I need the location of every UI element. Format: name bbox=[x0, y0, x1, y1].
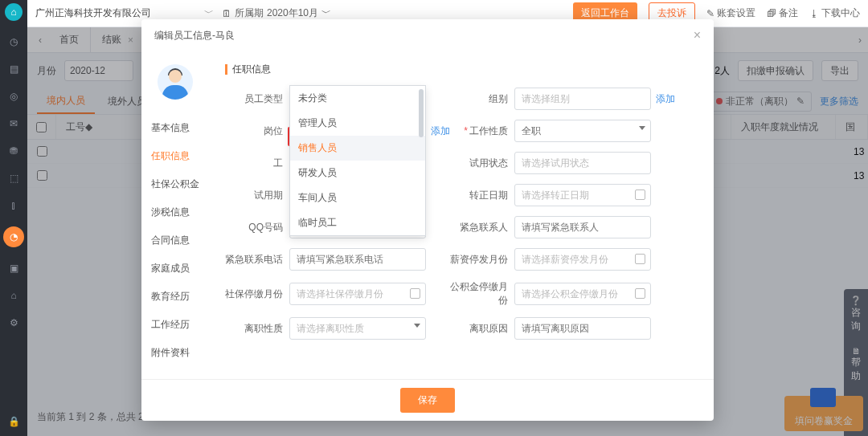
reg-date-input[interactable]: 请选择转正日期 bbox=[514, 184, 651, 206]
sidenav-item-basic[interactable]: 基本信息 bbox=[151, 114, 222, 142]
emp-type-dropdown: 未分类 管理人员 销售人员 研发人员 车间人员 临时员工 bbox=[289, 85, 426, 236]
post-add-link[interactable]: 添加 bbox=[426, 124, 450, 138]
period-label: 所属期 bbox=[235, 6, 264, 20]
rail-icon-10[interactable]: ⚙ bbox=[7, 316, 20, 329]
label-emergency-phone: 紧急联系电话 bbox=[225, 253, 289, 267]
calendar-icon bbox=[635, 254, 645, 264]
dropdown-option[interactable]: 车间人员 bbox=[290, 185, 425, 210]
sidenav-item-tax[interactable]: 涉税信息 bbox=[151, 198, 222, 226]
chevron-down-icon: ﹀ bbox=[321, 6, 331, 20]
sidenav-item-work[interactable]: 工作经历 bbox=[151, 311, 222, 339]
period-selector[interactable]: 🗓 所属期 2020年10月 ﹀ bbox=[222, 6, 331, 20]
label-post: 岗位 bbox=[225, 124, 289, 138]
sidenav-item-social[interactable]: 社保公积金 bbox=[151, 170, 222, 198]
close-icon[interactable]: × bbox=[694, 28, 701, 43]
rail-icon-7[interactable]: ⫿ bbox=[7, 199, 20, 212]
label-leave-reason: 离职原因 bbox=[450, 322, 514, 336]
social-stop-input[interactable]: 请选择社保停缴月份 bbox=[289, 283, 426, 305]
fund-stop-input[interactable]: 请选择公积金停缴月份 bbox=[514, 283, 651, 305]
label-social-stop: 社保停缴月份 bbox=[225, 287, 289, 301]
edit-employee-modal: 编辑员工信息-马良 × 基本信息 任职信息 社保公积金 涉税信息 合同信息 家庭… bbox=[141, 19, 714, 421]
chevron-down-icon: ﹀ bbox=[204, 6, 214, 20]
label-work-nature: *工作性质 bbox=[450, 124, 514, 138]
dropdown-option[interactable]: 研发人员 bbox=[290, 161, 425, 185]
calendar-icon bbox=[635, 189, 645, 200]
label-reg-date: 转正日期 bbox=[450, 189, 514, 202]
save-button[interactable]: 保存 bbox=[400, 388, 455, 413]
modal-form: 任职信息 员工类型 销售人员× 组别 请选择组别 添加 岗位 添加 *工作性质 … bbox=[222, 51, 714, 379]
label-group: 组别 bbox=[450, 92, 514, 106]
rail-icon-active[interactable]: ◔ bbox=[3, 226, 24, 247]
group-select[interactable]: 请选择组别 bbox=[514, 88, 651, 110]
rail-icon-9[interactable]: ⌂ bbox=[7, 289, 20, 302]
label-fund-stop: 公积金停缴月份 bbox=[450, 280, 514, 308]
sidenav-item-edu[interactable]: 教育经历 bbox=[151, 283, 222, 311]
label-trial-period: 试用期 bbox=[225, 189, 289, 202]
emergency-contact-input[interactable] bbox=[514, 216, 651, 238]
dropdown-option[interactable]: 未分类 bbox=[290, 86, 425, 111]
label-leave-type: 离职性质 bbox=[225, 322, 289, 336]
rail-icon-4[interactable]: ✉ bbox=[7, 117, 20, 130]
work-nature-select[interactable]: 全职 bbox=[514, 120, 651, 142]
company-selector[interactable]: 广州正海科技开发有限公司 bbox=[35, 6, 196, 20]
modal-sidenav: 基本信息 任职信息 社保公积金 涉税信息 合同信息 家庭成员 教育经历 工作经历… bbox=[141, 51, 222, 379]
emergency-phone-input[interactable] bbox=[289, 248, 426, 271]
dropdown-option-selected[interactable]: 销售人员 bbox=[290, 136, 425, 161]
chevron-down-icon bbox=[639, 126, 645, 130]
label-salary-stop: 薪资停发月份 bbox=[450, 253, 514, 267]
calendar-icon: 🗓 bbox=[222, 8, 231, 19]
sidenav-item-contract[interactable]: 合同信息 bbox=[151, 226, 222, 255]
calendar-icon bbox=[410, 288, 420, 299]
section-title: 任职信息 bbox=[225, 63, 698, 76]
label-emp-type: 员工类型 bbox=[225, 92, 289, 106]
modal-header: 编辑员工信息-马良 × bbox=[141, 19, 714, 51]
leave-type-select[interactable]: 请选择离职性质 bbox=[289, 317, 426, 340]
dropdown-option[interactable]: 临时员工 bbox=[290, 210, 425, 235]
salary-stop-input[interactable]: 请选择薪资停发月份 bbox=[514, 248, 651, 271]
sidenav-item-job[interactable]: 任职信息 bbox=[151, 142, 222, 170]
label-emergency-contact: 紧急联系人 bbox=[450, 221, 514, 234]
label-qq: QQ号码 bbox=[225, 221, 289, 234]
avatar bbox=[158, 64, 193, 100]
note-link[interactable]: 🗊 备注 bbox=[767, 6, 798, 20]
rail-icon-5[interactable]: ⛃ bbox=[7, 145, 20, 157]
leave-reason-input[interactable] bbox=[514, 317, 651, 340]
group-add-link[interactable]: 添加 bbox=[651, 92, 675, 106]
sidenav-item-family[interactable]: 家庭成员 bbox=[151, 255, 222, 283]
calendar-icon bbox=[635, 288, 645, 299]
dropdown-option[interactable]: 管理人员 bbox=[290, 111, 425, 136]
modal-footer: 保存 bbox=[141, 379, 714, 421]
chevron-down-icon bbox=[414, 324, 420, 328]
period-value: 2020年10月 bbox=[267, 6, 318, 20]
rail-icon-2[interactable]: ▤ bbox=[7, 63, 20, 75]
trial-status-select[interactable]: 请选择试用状态 bbox=[514, 152, 651, 174]
rail-icon-6[interactable]: ⬚ bbox=[7, 172, 20, 185]
rail-icon-1[interactable]: ◷ bbox=[7, 35, 20, 48]
sidenav-item-attach[interactable]: 附件资料 bbox=[151, 339, 222, 367]
rail-icon-3[interactable]: ◎ bbox=[7, 90, 20, 103]
rail-icon-lock[interactable]: 🔒 bbox=[7, 415, 20, 428]
download-link[interactable]: ⭳ 下载中心 bbox=[809, 6, 860, 20]
left-rail: ⌂ ◷ ▤ ◎ ✉ ⛃ ⬚ ⫿ ◔ ▣ ⌂ ⚙ 🔒 bbox=[0, 0, 27, 436]
modal-title: 编辑员工信息-马良 bbox=[154, 29, 235, 43]
dropdown-scrollbar[interactable] bbox=[419, 89, 424, 137]
label-trial-status: 试用状态 bbox=[450, 157, 514, 170]
rail-icon-8[interactable]: ▣ bbox=[7, 262, 20, 275]
account-settings-link[interactable]: ✎ 账套设置 bbox=[706, 6, 755, 20]
home-icon[interactable]: ⌂ bbox=[5, 3, 23, 21]
label-work-num: 工 bbox=[225, 157, 289, 170]
